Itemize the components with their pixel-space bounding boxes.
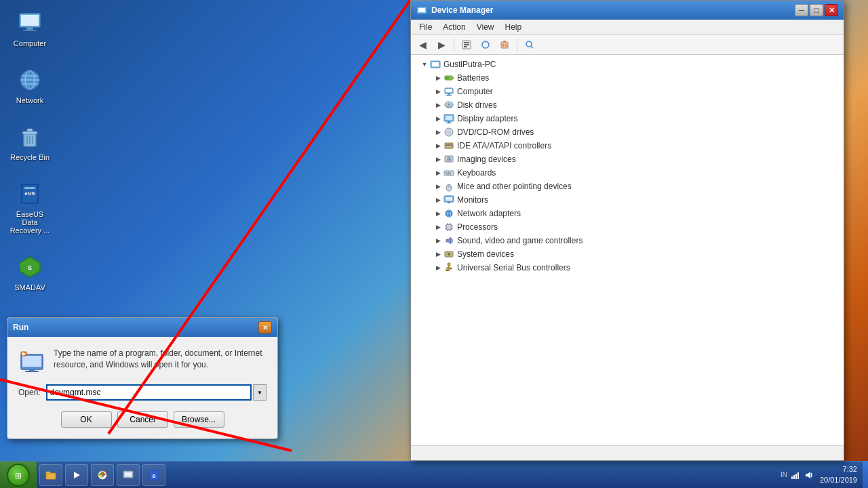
network-icon[interactable]: Network [5, 64, 54, 107]
batteries-expander[interactable]: ▶ [433, 73, 443, 83]
usb-icon [443, 262, 454, 273]
dm-item-ide[interactable]: ▶ IDE ATA/ATAPI controllers [430, 139, 844, 152]
run-cancel-button[interactable]: Cancel [117, 411, 168, 428]
svg-point-39 [526, 41, 532, 47]
dm-item-monitors[interactable]: ▶ Monitors [430, 193, 844, 207]
recycle-bin-label: Recycle Bin [10, 153, 50, 161]
svg-point-66 [448, 159, 450, 160]
start-orb[interactable]: ⊞ [7, 464, 30, 487]
recycle-bin-icon[interactable]: Recycle Bin [5, 121, 54, 164]
dm-menu-help[interactable]: Help [500, 21, 528, 33]
svg-rect-75 [450, 186, 451, 188]
dm-item-display[interactable]: ▶ Display adapters [430, 112, 844, 125]
ide-expander[interactable]: ▶ [433, 140, 443, 151]
run-close-button[interactable]: ✕ [258, 321, 272, 333]
sound-expander[interactable]: ▶ [433, 235, 443, 246]
device-manager-window: Device Manager ─ □ ✕ File Action View He… [410, 0, 844, 461]
run-ok-button[interactable]: OK [61, 411, 112, 428]
dvd-icon [443, 127, 454, 138]
dm-properties-button[interactable] [458, 37, 475, 53]
smadav-icon[interactable]: S SMADAV [5, 251, 54, 294]
svg-rect-29 [418, 8, 425, 12]
run-browse-button[interactable]: Browse... [174, 411, 224, 428]
dm-update-button[interactable] [477, 37, 494, 53]
dm-item-usb[interactable]: ▶ Universal S [430, 261, 844, 274]
dm-item-dvd[interactable]: ▶ DVD/CD-ROM drives [430, 125, 844, 139]
display-expander[interactable]: ▶ [433, 113, 443, 124]
dvd-expander[interactable]: ▶ [433, 127, 443, 138]
keyboards-expander[interactable]: ▶ [433, 167, 443, 178]
dm-item-computer[interactable]: ▶ Computer [430, 85, 844, 98]
dm-menu-action[interactable]: Action [437, 21, 471, 33]
processors-expander[interactable]: ▶ [433, 222, 443, 232]
computer-icon[interactable]: Computer [5, 7, 54, 50]
svg-rect-3 [23, 30, 37, 31]
svg-point-94 [448, 253, 450, 256]
run-button-row: OK Cancel Browse... [18, 411, 267, 428]
network-label: Network [16, 96, 43, 104]
tray-network-icon [790, 470, 801, 481]
run-titlebar: Run ✕ [7, 318, 277, 337]
run-input-field[interactable] [46, 384, 252, 401]
dm-root-node[interactable]: ▼ GustiPutra-PC [416, 58, 844, 71]
dm-statusbar [411, 445, 844, 460]
dm-back-button[interactable]: ◀ [414, 37, 431, 53]
taskbar-media[interactable] [65, 464, 88, 486]
svg-rect-99 [446, 270, 448, 271]
run-open-label: Open: [18, 388, 41, 397]
display-icon [443, 113, 454, 124]
disk-drives-label: Disk drives [457, 100, 497, 110]
run-dropdown-button[interactable]: ▼ [253, 384, 267, 401]
svg-rect-44 [452, 77, 454, 79]
mice-expander[interactable]: ▶ [433, 181, 443, 192]
dm-forward-button[interactable]: ▶ [433, 37, 450, 53]
svg-rect-54 [446, 116, 452, 120]
monitors-label: Monitors [457, 195, 488, 205]
imaging-icon [443, 154, 454, 165]
dm-item-sound[interactable]: ▶ Sound, video and game controllers [430, 234, 844, 247]
dm-item-mice[interactable]: ▶ Mice and other pointing devices [430, 180, 844, 193]
dm-item-disk-drives[interactable]: ▶ Disk drives [430, 98, 844, 112]
dm-close-button[interactable]: ✕ [825, 4, 838, 16]
disk-icon [443, 100, 454, 110]
usb-expander[interactable]: ▶ [433, 262, 443, 273]
dm-item-system[interactable]: ▶ System devices [430, 247, 844, 261]
svg-rect-70 [450, 172, 451, 174]
monitors-icon [443, 195, 454, 205]
dm-item-batteries[interactable]: ▶ Batteries [430, 71, 844, 85]
taskbar-show-desktop[interactable] [863, 462, 868, 489]
dm-item-network[interactable]: ▶ Network adapters [430, 207, 844, 220]
system-expander[interactable]: ▶ [433, 249, 443, 260]
taskbar-browser[interactable]: e [142, 464, 165, 486]
disk-expander[interactable]: ▶ [433, 100, 443, 110]
dm-scan-button[interactable] [521, 37, 538, 53]
batteries-label: Batteries [457, 73, 489, 83]
dm-item-keyboards[interactable]: ▶ Keyboards [430, 166, 844, 180]
dm-uninstall-button[interactable] [496, 37, 513, 53]
svg-text:e: e [152, 472, 155, 479]
monitors-expander[interactable]: ▶ [433, 195, 443, 205]
taskbar-screenshot[interactable] [117, 464, 140, 486]
dm-item-imaging[interactable]: ▶ Imaging devices [430, 152, 844, 166]
taskbar-clock[interactable]: 7:32 20/01/2019 [820, 464, 863, 485]
root-expander[interactable]: ▼ [419, 59, 430, 70]
taskbar-chrome[interactable] [91, 464, 114, 486]
start-button[interactable]: ⊞ [0, 462, 37, 488]
taskbar-folder[interactable] [39, 464, 62, 486]
svg-point-101 [450, 268, 452, 270]
dm-menu-file[interactable]: File [414, 21, 437, 33]
mice-label: Mice and other pointing devices [457, 182, 572, 191]
imaging-expander[interactable]: ▶ [433, 154, 443, 165]
taskbar: ⊞ [0, 461, 868, 488]
dm-menu-view[interactable]: View [471, 21, 500, 33]
dm-maximize-button[interactable]: □ [810, 4, 823, 16]
svg-marker-117 [806, 472, 810, 479]
network-expander[interactable]: ▶ [433, 208, 443, 219]
sound-icon [443, 235, 454, 246]
computer-expander[interactable]: ▶ [433, 86, 443, 97]
sound-label: Sound, video and game controllers [457, 236, 583, 245]
easeus-icon[interactable]: eUS EaseUS Data Recovery ... [5, 178, 54, 237]
dm-minimize-button[interactable]: ─ [795, 4, 808, 16]
dm-item-processors[interactable]: ▶ [430, 220, 844, 234]
svg-rect-47 [446, 89, 452, 92]
